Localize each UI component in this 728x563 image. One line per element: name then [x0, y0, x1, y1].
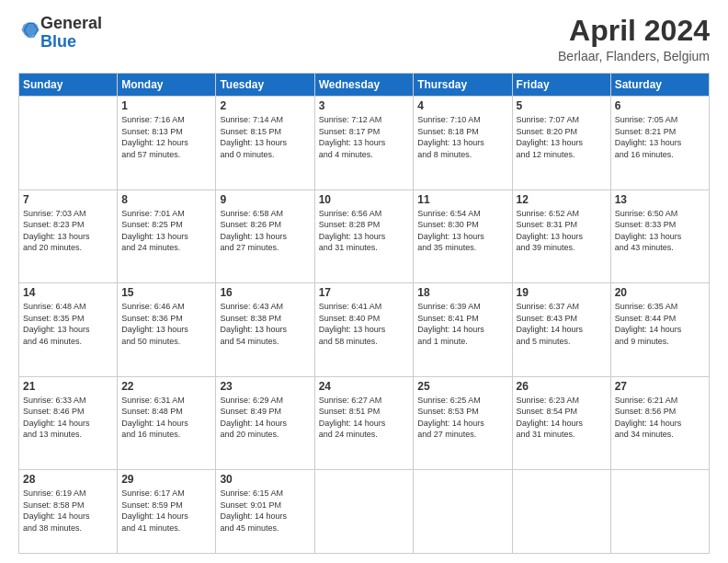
calendar-cell: 2Sunrise: 7:14 AM Sunset: 8:15 PM Daylig… [216, 97, 314, 190]
day-info: Sunrise: 7:07 AM Sunset: 8:20 PM Dayligh… [517, 114, 607, 160]
title-block: April 2024 Berlaar, Flanders, Belgium [558, 15, 710, 63]
day-number: 7 [23, 193, 113, 206]
weekday-header-sunday: Sunday [19, 74, 118, 97]
calendar-week-5: 28Sunrise: 6:19 AM Sunset: 8:58 PM Dayli… [19, 470, 710, 554]
day-number: 14 [23, 286, 113, 299]
day-number: 26 [517, 380, 607, 393]
calendar-week-2: 7Sunrise: 7:03 AM Sunset: 8:23 PM Daylig… [19, 190, 710, 282]
logo: General Blue [18, 15, 102, 52]
day-number: 5 [517, 99, 607, 112]
day-info: Sunrise: 6:19 AM Sunset: 8:58 PM Dayligh… [23, 488, 113, 534]
logo-blue-text: Blue [40, 32, 76, 51]
weekday-header-friday: Friday [512, 74, 610, 97]
calendar-week-3: 14Sunrise: 6:48 AM Sunset: 8:35 PM Dayli… [19, 283, 710, 376]
day-info: Sunrise: 6:41 AM Sunset: 8:40 PM Dayligh… [319, 301, 410, 347]
calendar-cell: 12Sunrise: 6:52 AM Sunset: 8:31 PM Dayli… [512, 190, 610, 282]
day-number: 2 [220, 99, 310, 112]
day-info: Sunrise: 6:58 AM Sunset: 8:26 PM Dayligh… [220, 208, 310, 254]
day-info: Sunrise: 6:25 AM Sunset: 8:53 PM Dayligh… [417, 395, 507, 441]
day-info: Sunrise: 6:23 AM Sunset: 8:54 PM Dayligh… [517, 395, 607, 441]
calendar-cell: 23Sunrise: 6:29 AM Sunset: 8:49 PM Dayli… [216, 376, 314, 469]
day-info: Sunrise: 7:01 AM Sunset: 8:25 PM Dayligh… [121, 208, 211, 254]
day-info: Sunrise: 6:39 AM Sunset: 8:41 PM Dayligh… [417, 301, 507, 347]
logo-icon [20, 19, 40, 40]
calendar-cell: 28Sunrise: 6:19 AM Sunset: 8:58 PM Dayli… [19, 470, 118, 554]
day-number: 13 [615, 193, 705, 206]
weekday-header-saturday: Saturday [610, 74, 709, 97]
day-number: 16 [220, 286, 310, 299]
header: General Blue April 2024 Berlaar, Flander… [18, 15, 710, 63]
calendar-cell: 6Sunrise: 7:05 AM Sunset: 8:21 PM Daylig… [610, 97, 709, 190]
day-info: Sunrise: 6:37 AM Sunset: 8:43 PM Dayligh… [517, 301, 607, 347]
day-number: 23 [220, 380, 310, 393]
calendar-cell: 9Sunrise: 6:58 AM Sunset: 8:26 PM Daylig… [216, 190, 314, 282]
weekday-header-monday: Monday [118, 74, 216, 97]
day-number: 10 [319, 193, 410, 206]
day-number: 19 [517, 286, 607, 299]
day-info: Sunrise: 6:52 AM Sunset: 8:31 PM Dayligh… [517, 208, 607, 254]
calendar-cell: 14Sunrise: 6:48 AM Sunset: 8:35 PM Dayli… [19, 283, 118, 376]
day-number: 8 [121, 193, 211, 206]
day-info: Sunrise: 6:50 AM Sunset: 8:33 PM Dayligh… [615, 208, 705, 254]
calendar-cell: 1Sunrise: 7:16 AM Sunset: 8:13 PM Daylig… [118, 97, 216, 190]
calendar-cell: 18Sunrise: 6:39 AM Sunset: 8:41 PM Dayli… [414, 283, 512, 376]
calendar-cell: 26Sunrise: 6:23 AM Sunset: 8:54 PM Dayli… [512, 376, 610, 469]
calendar-cell [19, 97, 118, 190]
day-number: 21 [23, 380, 113, 393]
day-info: Sunrise: 6:15 AM Sunset: 9:01 PM Dayligh… [220, 488, 310, 534]
weekday-header-row: SundayMondayTuesdayWednesdayThursdayFrid… [19, 74, 710, 97]
calendar-cell: 20Sunrise: 6:35 AM Sunset: 8:44 PM Dayli… [610, 283, 709, 376]
calendar-cell: 25Sunrise: 6:25 AM Sunset: 8:53 PM Dayli… [414, 376, 512, 469]
day-number: 4 [417, 99, 507, 112]
day-info: Sunrise: 7:16 AM Sunset: 8:13 PM Dayligh… [121, 114, 211, 160]
day-info: Sunrise: 6:48 AM Sunset: 8:35 PM Dayligh… [23, 301, 113, 347]
calendar-cell: 10Sunrise: 6:56 AM Sunset: 8:28 PM Dayli… [314, 190, 414, 282]
calendar-cell: 4Sunrise: 7:10 AM Sunset: 8:18 PM Daylig… [414, 97, 512, 190]
day-number: 25 [417, 380, 507, 393]
day-info: Sunrise: 6:46 AM Sunset: 8:36 PM Dayligh… [121, 301, 211, 347]
day-info: Sunrise: 6:54 AM Sunset: 8:30 PM Dayligh… [417, 208, 507, 254]
calendar-cell: 8Sunrise: 7:01 AM Sunset: 8:25 PM Daylig… [118, 190, 216, 282]
calendar-table: SundayMondayTuesdayWednesdayThursdayFrid… [18, 73, 710, 554]
calendar-cell: 16Sunrise: 6:43 AM Sunset: 8:38 PM Dayli… [216, 283, 314, 376]
day-number: 11 [417, 193, 507, 206]
day-number: 20 [615, 286, 705, 299]
day-info: Sunrise: 7:10 AM Sunset: 8:18 PM Dayligh… [417, 114, 507, 160]
day-number: 1 [121, 99, 211, 112]
calendar-cell: 11Sunrise: 6:54 AM Sunset: 8:30 PM Dayli… [414, 190, 512, 282]
calendar-cell [512, 470, 610, 554]
day-info: Sunrise: 7:12 AM Sunset: 8:17 PM Dayligh… [319, 114, 410, 160]
location: Berlaar, Flanders, Belgium [558, 49, 710, 63]
calendar-cell [314, 470, 414, 554]
day-number: 12 [517, 193, 607, 206]
calendar-cell: 29Sunrise: 6:17 AM Sunset: 8:59 PM Dayli… [118, 470, 216, 554]
day-number: 15 [121, 286, 211, 299]
calendar-cell: 22Sunrise: 6:31 AM Sunset: 8:48 PM Dayli… [118, 376, 216, 469]
calendar-cell [610, 470, 709, 554]
day-number: 27 [615, 380, 705, 393]
day-info: Sunrise: 6:31 AM Sunset: 8:48 PM Dayligh… [121, 395, 211, 441]
page: General Blue April 2024 Berlaar, Flander… [0, 0, 728, 563]
calendar-cell: 19Sunrise: 6:37 AM Sunset: 8:43 PM Dayli… [512, 283, 610, 376]
calendar-week-1: 1Sunrise: 7:16 AM Sunset: 8:13 PM Daylig… [19, 97, 710, 190]
calendar-cell: 24Sunrise: 6:27 AM Sunset: 8:51 PM Dayli… [314, 376, 414, 469]
day-number: 17 [319, 286, 410, 299]
day-number: 3 [319, 99, 410, 112]
day-info: Sunrise: 6:33 AM Sunset: 8:46 PM Dayligh… [23, 395, 113, 441]
day-number: 28 [23, 473, 113, 486]
logo-general-text: General [40, 14, 102, 32]
day-number: 30 [220, 473, 310, 486]
weekday-header-thursday: Thursday [414, 74, 512, 97]
calendar-cell [414, 470, 512, 554]
calendar-cell: 17Sunrise: 6:41 AM Sunset: 8:40 PM Dayli… [314, 283, 414, 376]
calendar-week-4: 21Sunrise: 6:33 AM Sunset: 8:46 PM Dayli… [19, 376, 710, 469]
day-info: Sunrise: 6:17 AM Sunset: 8:59 PM Dayligh… [121, 488, 211, 534]
weekday-header-tuesday: Tuesday [216, 74, 314, 97]
calendar-cell: 3Sunrise: 7:12 AM Sunset: 8:17 PM Daylig… [314, 97, 414, 190]
day-number: 22 [121, 380, 211, 393]
calendar-cell: 15Sunrise: 6:46 AM Sunset: 8:36 PM Dayli… [118, 283, 216, 376]
weekday-header-wednesday: Wednesday [314, 74, 414, 97]
day-info: Sunrise: 7:03 AM Sunset: 8:23 PM Dayligh… [23, 208, 113, 254]
day-info: Sunrise: 7:05 AM Sunset: 8:21 PM Dayligh… [615, 114, 705, 160]
calendar-cell: 5Sunrise: 7:07 AM Sunset: 8:20 PM Daylig… [512, 97, 610, 190]
